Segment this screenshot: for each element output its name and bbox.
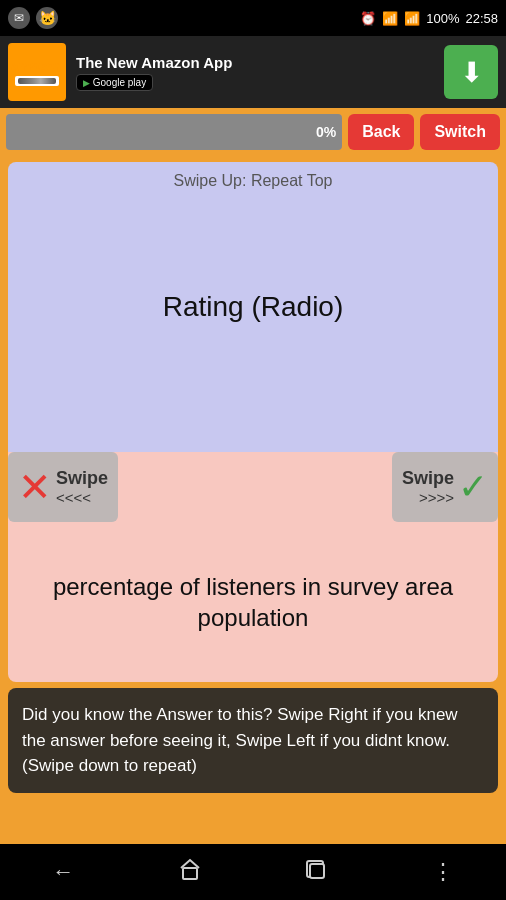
nav-back-button[interactable]: ← [35,852,91,892]
card-answer: percentage of listeners in survey area p… [24,571,482,633]
alarm-icon: ⏰ [360,11,376,26]
nav-recents-button[interactable] [288,852,344,892]
cat-icon: 🐱 [36,7,58,29]
nav-home-button[interactable] [162,852,218,892]
swipe-left-label: Swipe [56,468,108,489]
google-play-label: Google play [93,77,146,88]
card-question: Rating (Radio) [163,291,344,323]
recents-nav-icon [304,858,328,886]
hint-text: Did you know the Answer to this? Swipe R… [22,705,458,775]
ad-banner[interactable]: amazon The New Amazon App ▶ Google play … [0,36,506,108]
svg-rect-2 [310,864,324,878]
status-bar-left: ✉ 🐱 [8,7,58,29]
ad-subtitle: ▶ Google play [76,74,434,91]
ad-download-button[interactable]: ⬇ [444,45,498,99]
card-top[interactable]: Swipe Up: Repeat Top Rating (Radio) [8,162,498,452]
ad-logo: amazon [8,43,66,101]
ad-text-block: The New Amazon App ▶ Google play [76,54,434,91]
wifi-icon: 📶 [382,11,398,26]
progress-bar: 0% [6,114,342,150]
switch-button[interactable]: Switch [420,114,500,150]
swipe-up-label: Swipe Up: Repeat Top [174,172,333,190]
more-nav-icon: ⋮ [432,859,454,885]
back-nav-icon: ← [52,859,74,885]
google-play-badge: ▶ Google play [76,74,153,91]
progress-label: 0% [316,124,336,140]
home-nav-icon [178,857,202,887]
main-content: Swipe Up: Repeat Top Rating (Radio) ✕ Sw… [0,156,506,799]
swipe-left-button[interactable]: ✕ Swipe <<<< [8,452,118,522]
nav-more-button[interactable]: ⋮ [415,852,471,892]
hint-box: Did you know the Answer to this? Swipe R… [8,688,498,793]
check-mark-icon: ✓ [458,466,488,508]
ad-title: The New Amazon App [76,54,434,71]
swipe-right-label: Swipe [402,468,454,489]
nav-bar: ← ⋮ [0,844,506,900]
toolbar: 0% Back Switch [0,108,506,156]
x-mark-icon: ✕ [18,464,52,510]
messenger-icon: ✉ [8,7,30,29]
download-icon: ⬇ [460,56,483,89]
svg-rect-0 [183,868,197,879]
battery-label: 100% [426,11,459,26]
swipe-row: ✕ Swipe <<<< Swipe >>>> ✓ [8,452,498,522]
status-bar-right: ⏰ 📶 📶 100% 22:58 [360,11,498,26]
back-button[interactable]: Back [348,114,414,150]
swipe-right-arrows: >>>> [419,489,454,506]
swipe-right-button[interactable]: Swipe >>>> ✓ [392,452,498,522]
amazon-logo-text: amazon [11,58,63,74]
status-bar: ✉ 🐱 ⏰ 📶 📶 100% 22:58 [0,0,506,36]
time-label: 22:58 [465,11,498,26]
swipe-left-icon-row: ✕ Swipe <<<< [18,464,108,510]
swipe-left-arrows: <<<< [56,489,91,506]
card-bottom[interactable]: percentage of listeners in survey area p… [8,522,498,682]
signal-icon: 📶 [404,11,420,26]
swipe-right-icon-row: Swipe >>>> ✓ [402,466,488,508]
